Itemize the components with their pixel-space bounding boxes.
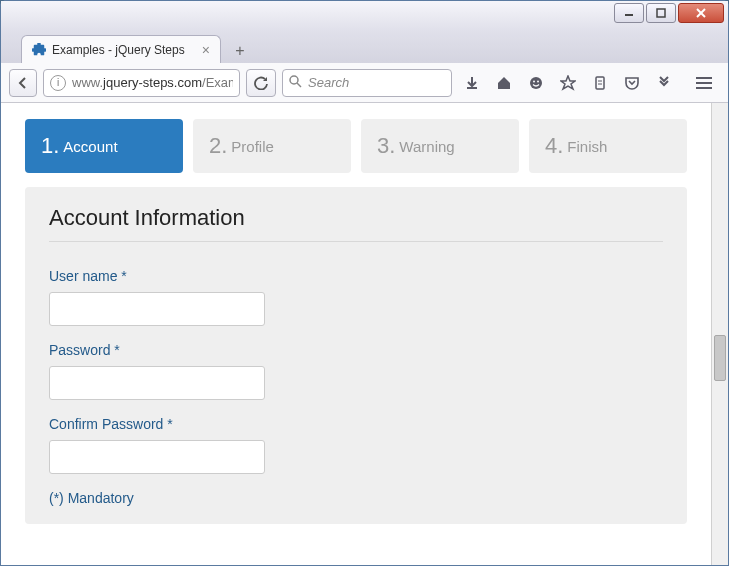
search-placeholder: Search: [308, 75, 349, 90]
password-input[interactable]: [49, 366, 265, 400]
site-info-icon[interactable]: i: [50, 75, 66, 91]
url-text: www.jquery-steps.com/Example: [72, 75, 233, 90]
new-tab-button[interactable]: +: [227, 39, 253, 63]
step-account[interactable]: 1. Account: [25, 119, 183, 173]
svg-rect-9: [596, 77, 604, 89]
puzzle-icon: [32, 43, 46, 57]
reload-button[interactable]: [246, 69, 276, 97]
username-label: User name *: [49, 268, 663, 284]
step-finish[interactable]: 4. Finish: [529, 119, 687, 173]
field-confirm-password: Confirm Password *: [49, 416, 663, 474]
confirm-password-input[interactable]: [49, 440, 265, 474]
downloads-icon[interactable]: [458, 69, 486, 97]
browser-tab-active[interactable]: Examples - jQuery Steps ×: [21, 35, 221, 63]
username-input[interactable]: [49, 292, 265, 326]
svg-point-8: [537, 80, 539, 82]
bookmark-star-icon[interactable]: [554, 69, 582, 97]
browser-toolbar: i www.jquery-steps.com/Example Search: [1, 63, 728, 103]
tab-strip: Examples - jQuery Steps × +: [1, 31, 728, 63]
tab-close-icon[interactable]: ×: [202, 42, 210, 58]
toolbar-icons: [458, 69, 678, 97]
page-content: 1. Account 2. Profile 3. Warning 4. Fini…: [1, 103, 711, 565]
pocket-icon[interactable]: [618, 69, 646, 97]
wizard-steps: 1. Account 2. Profile 3. Warning 4. Fini…: [25, 119, 687, 173]
svg-point-7: [533, 80, 535, 82]
address-bar[interactable]: i www.jquery-steps.com/Example: [43, 69, 240, 97]
wizard-panel: Account Information User name * Password…: [25, 187, 687, 524]
clipboard-icon[interactable]: [586, 69, 614, 97]
svg-point-6: [530, 77, 542, 89]
vertical-scrollbar[interactable]: [711, 103, 728, 565]
password-label: Password *: [49, 342, 663, 358]
panel-title: Account Information: [49, 205, 663, 242]
field-password: Password *: [49, 342, 663, 400]
search-icon: [289, 75, 302, 91]
step-profile[interactable]: 2. Profile: [193, 119, 351, 173]
svg-rect-1: [657, 9, 665, 17]
maximize-button[interactable]: [646, 3, 676, 23]
field-username: User name *: [49, 268, 663, 326]
window-titlebar: [1, 1, 728, 31]
browser-window: Examples - jQuery Steps × + i www.jquery…: [0, 0, 729, 566]
minimize-button[interactable]: [614, 3, 644, 23]
svg-point-4: [290, 76, 298, 84]
menu-button[interactable]: [688, 69, 720, 97]
close-button[interactable]: [678, 3, 724, 23]
scrollbar-thumb[interactable]: [714, 335, 726, 381]
smiley-icon[interactable]: [522, 69, 550, 97]
mandatory-note: (*) Mandatory: [49, 490, 663, 506]
confirm-password-label: Confirm Password *: [49, 416, 663, 432]
search-box[interactable]: Search: [282, 69, 452, 97]
viewport: 1. Account 2. Profile 3. Warning 4. Fini…: [1, 103, 728, 565]
step-warning[interactable]: 3. Warning: [361, 119, 519, 173]
tab-title: Examples - jQuery Steps: [52, 43, 185, 57]
overflow-icon[interactable]: [650, 69, 678, 97]
back-button[interactable]: [9, 69, 37, 97]
home-icon[interactable]: [490, 69, 518, 97]
svg-line-5: [297, 83, 301, 87]
